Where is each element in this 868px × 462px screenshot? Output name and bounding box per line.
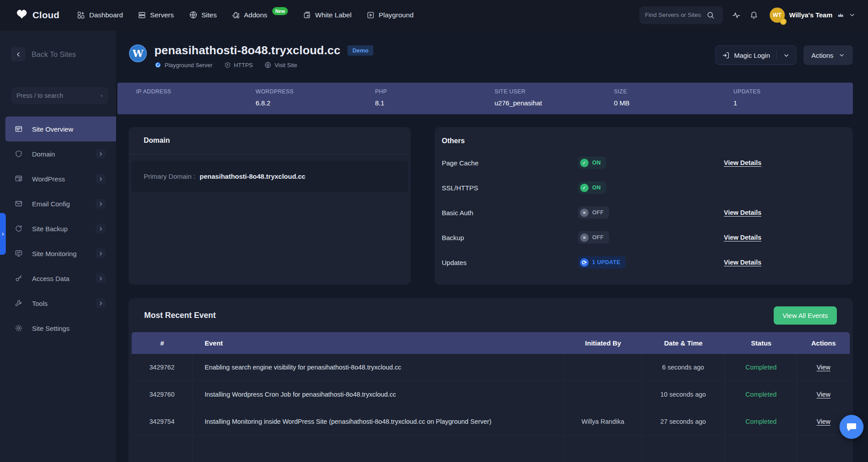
dashboard-icon	[77, 11, 85, 19]
sidebar-item-site-overview[interactable]: Site Overview	[5, 117, 116, 141]
chevron-down-icon	[849, 12, 856, 18]
xcloud-logo-icon	[15, 8, 28, 22]
table-row: 3429762 Enabling search engine visibilit…	[132, 354, 850, 381]
brand-name: Cloud	[32, 10, 59, 20]
stat-php: PHP 8.1	[375, 88, 495, 114]
view-details-link[interactable]: View Details	[724, 234, 761, 241]
nav-playground[interactable]: Playground	[367, 11, 413, 19]
others-row-backup: Backup OFF View Details	[442, 225, 846, 250]
nav-dashboard[interactable]: Dashboard	[77, 11, 123, 19]
chevron-left-icon	[11, 47, 25, 61]
events-table: # Event Initiated By Date & Time Status …	[132, 332, 850, 462]
sidebar-item-site-backup[interactable]: Site Backup	[5, 216, 116, 241]
avatar: WT	[770, 8, 785, 23]
login-icon	[722, 52, 730, 59]
table-row: 3429754 Installing Monitoring inside Wor…	[132, 408, 850, 435]
status-badge: 1 UPDATE	[578, 256, 626, 269]
view-details-link[interactable]: View Details	[724, 259, 761, 266]
sidebar-item-domain[interactable]: Domain	[5, 141, 116, 166]
white-label-icon	[303, 11, 311, 19]
sidebar-item-email-config[interactable]: Email Config	[5, 191, 116, 216]
view-details-link[interactable]: View Details	[724, 209, 761, 216]
view-event-link[interactable]: View	[816, 391, 830, 398]
meta-https[interactable]: HTTPS	[224, 62, 253, 68]
global-search[interactable]	[639, 6, 723, 24]
events-title: Most Recent Event	[144, 311, 216, 320]
others-card-title: Others	[435, 127, 853, 150]
magic-login-button[interactable]: Magic Login	[715, 45, 796, 65]
search-icon	[101, 92, 103, 100]
primary-domain-row: Primary Domain : penasihathosti-8o48.try…	[131, 161, 408, 192]
team-switcher[interactable]: WT Willya's Team	[770, 8, 856, 23]
stat-wordpress: WORDPRESS 6.8.2	[256, 88, 375, 114]
sidebar-expand-tab[interactable]	[0, 213, 6, 255]
domain-card: Domain Primary Domain : penasihathosti-8…	[129, 127, 411, 285]
meta-playground-server[interactable]: Playground Server	[154, 61, 213, 68]
others-card: Others Page Cache ON View Details SSL/HT…	[435, 127, 853, 285]
nav-servers[interactable]: Servers	[138, 11, 174, 19]
gear-icon	[15, 324, 23, 332]
nav-right: WT Willya's Team	[639, 6, 856, 24]
envelope-icon	[15, 200, 23, 208]
nav-white-label[interactable]: White Label	[303, 11, 351, 19]
activity-icon[interactable]	[732, 11, 741, 20]
chevron-right-icon	[1, 232, 5, 236]
x-circle-icon	[580, 233, 589, 242]
status-badge: OFF	[578, 231, 609, 244]
status-badge: ON	[578, 181, 606, 194]
servers-icon	[138, 11, 146, 19]
check-circle-icon	[580, 184, 589, 192]
brand-logo[interactable]: Cloud	[15, 8, 59, 22]
view-event-link[interactable]: View	[816, 364, 830, 371]
table-row-partial	[132, 435, 850, 462]
notifications-bell-icon[interactable]	[750, 11, 758, 19]
backup-refresh-icon	[15, 225, 23, 233]
sidebar-item-site-monitoring[interactable]: Site Monitoring	[5, 241, 116, 266]
global-search-input[interactable]	[645, 12, 703, 18]
view-details-link[interactable]: View Details	[724, 159, 761, 166]
primary-nav: Dashboard Servers Sites Addons New White…	[77, 11, 626, 19]
monitor-icon	[15, 249, 23, 257]
status-badge: OFF	[578, 206, 609, 219]
main-content: W penasihathosti-8o48.tryxcloud.cc Demo …	[117, 30, 868, 462]
sidebar-search-input[interactable]	[16, 92, 97, 99]
x-circle-icon	[580, 209, 589, 217]
wordpress-logo-icon: W	[129, 44, 147, 62]
sidebar-item-wordpress[interactable]: WordPress	[5, 166, 116, 191]
actions-button[interactable]: Actions	[803, 45, 853, 65]
stat-ip-address: IP ADDRESS	[136, 88, 256, 114]
stat-updates: UPDATES 1	[734, 88, 853, 114]
back-to-sites[interactable]: Back To Sites	[0, 47, 116, 61]
globe-icon	[264, 61, 271, 68]
sidebar-search[interactable]	[11, 87, 108, 104]
chevron-down-icon	[839, 52, 845, 58]
wrench-icon	[15, 299, 23, 307]
sidebar-item-tools[interactable]: Tools	[5, 291, 116, 316]
others-row-updates: Updates 1 UPDATE View Details	[442, 250, 846, 275]
demo-badge: Demo	[347, 45, 373, 56]
chevron-right-icon	[96, 149, 105, 159]
chevron-down-icon[interactable]	[783, 52, 790, 59]
primary-domain-value: penasihathosti-8o48.tryxcloud.cc	[200, 173, 306, 180]
shield-icon	[15, 150, 23, 158]
wordpress-icon	[15, 175, 23, 183]
stat-size: SIZE 0 MB	[614, 88, 734, 114]
new-badge: New	[272, 7, 288, 15]
chat-icon	[846, 421, 857, 433]
view-all-events-button[interactable]: View All Events	[774, 306, 837, 325]
view-event-link[interactable]: View	[816, 418, 830, 425]
chat-widget-button[interactable]	[840, 415, 864, 439]
crown-icon	[837, 11, 844, 19]
chevron-right-icon	[96, 249, 105, 258]
nav-addons[interactable]: Addons New	[232, 11, 288, 19]
sidebar-item-site-settings[interactable]: Site Settings	[5, 316, 116, 341]
events-table-header: # Event Initiated By Date & Time Status …	[132, 332, 850, 354]
sidebar-item-access-data[interactable]: Access Data	[5, 266, 116, 291]
others-row-page-cache: Page Cache ON View Details	[442, 150, 846, 175]
check-circle-icon	[580, 159, 589, 167]
sidebar: Back To Sites Site Overview Domain WordP…	[0, 30, 117, 462]
meta-visit-site[interactable]: Visit Site	[264, 61, 297, 68]
site-stats-bar: IP ADDRESS WORDPRESS 6.8.2 PHP 8.1 SITE …	[117, 83, 853, 114]
sites-globe-icon	[189, 11, 198, 19]
nav-sites[interactable]: Sites	[189, 11, 217, 19]
